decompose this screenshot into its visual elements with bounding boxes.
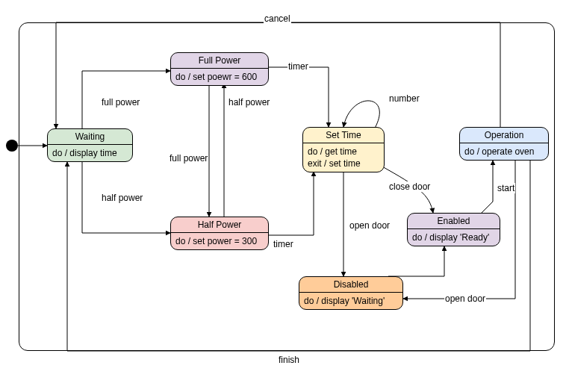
state-title: Disabled bbox=[299, 277, 402, 293]
transition-label-cancel: cancel bbox=[264, 13, 291, 24]
state-set-time: Set Time do / get time exit / set time bbox=[302, 127, 385, 172]
state-action: do / get time exit / set time bbox=[303, 143, 384, 172]
state-enabled: Enabled do / display 'Ready' bbox=[407, 213, 500, 246]
state-action: do / set poewr = 600 bbox=[171, 69, 268, 85]
state-action: do / operate oven bbox=[460, 143, 548, 160]
transition-label-timer2: timer bbox=[273, 239, 294, 249]
diagram-canvas: Waiting do / display time Full Power do … bbox=[0, 0, 566, 392]
transition-label-number: number bbox=[388, 93, 420, 104]
state-action: do / display 'Ready' bbox=[408, 229, 500, 246]
transition-label-half-power2: half power bbox=[228, 97, 270, 108]
state-action-line: do / get time bbox=[308, 146, 379, 158]
transition-label-finish: finish bbox=[278, 355, 300, 365]
transition-label-timer1: timer bbox=[287, 61, 309, 72]
state-action: do / set power = 300 bbox=[171, 233, 268, 249]
transition-label-full-power: full power bbox=[101, 97, 140, 108]
transition-label-open-door2: open door bbox=[444, 293, 486, 304]
transition-label-open-door: open door bbox=[349, 220, 391, 231]
state-action-line: exit / set time bbox=[308, 158, 379, 169]
state-operation: Operation do / operate oven bbox=[459, 127, 549, 161]
transition-label-half-power: half power bbox=[101, 193, 143, 203]
state-action: do / display time bbox=[48, 145, 132, 161]
state-disabled: Disabled do / display 'Waiting' bbox=[299, 276, 403, 310]
state-half-power: Half Power do / set power = 300 bbox=[170, 217, 269, 250]
transition-label-close-door: close door bbox=[388, 181, 431, 192]
state-title: Operation bbox=[460, 128, 548, 143]
transition-label-start: start bbox=[497, 183, 515, 193]
transition-label-full-power2: full power bbox=[169, 153, 208, 164]
state-title: Full Power bbox=[171, 53, 268, 69]
state-title: Half Power bbox=[171, 217, 268, 233]
state-full-power: Full Power do / set poewr = 600 bbox=[170, 52, 269, 86]
state-title: Waiting bbox=[48, 129, 132, 145]
state-title: Enabled bbox=[408, 214, 500, 229]
state-waiting: Waiting do / display time bbox=[47, 128, 133, 162]
state-title: Set Time bbox=[303, 128, 384, 143]
state-action: do / display 'Waiting' bbox=[299, 293, 402, 309]
initial-state-dot bbox=[6, 140, 18, 152]
